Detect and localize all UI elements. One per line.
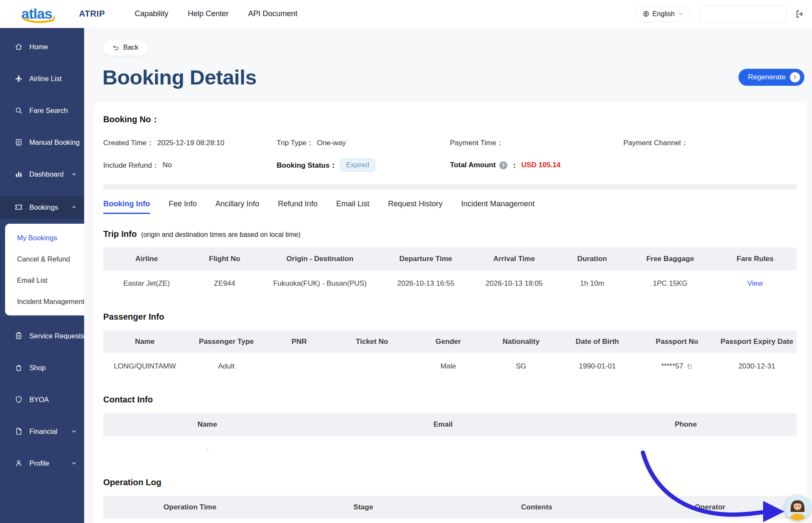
date-of-birth-cell: 1990-01-01 bbox=[557, 353, 637, 380]
nav-capability[interactable]: Capability bbox=[135, 9, 168, 18]
tab-email-list[interactable]: Email List bbox=[336, 200, 369, 214]
duration-cell: 1h 10m bbox=[557, 270, 627, 297]
contact-email-cell bbox=[311, 436, 575, 462]
sidebar-item-service-requests[interactable]: Service Requests bbox=[0, 326, 84, 346]
booking-status-field: Booking Status： Expired bbox=[277, 159, 450, 172]
top-nav: Capability Help Center API Document bbox=[135, 9, 297, 18]
nav-help-center[interactable]: Help Center bbox=[188, 9, 229, 18]
app-name: ATRIP bbox=[79, 9, 105, 19]
column-header: Airline bbox=[103, 247, 190, 270]
free-baggage-cell: 1PC 15KG bbox=[627, 270, 713, 297]
help-icon[interactable]: ? bbox=[499, 161, 507, 169]
sidebar-item-shop[interactable]: Shop bbox=[0, 357, 84, 378]
submenu-item-cancel-refund[interactable]: Cancel & Refund bbox=[5, 248, 84, 270]
sidebar-item-profile[interactable]: Profile bbox=[0, 453, 84, 473]
booking-status-label: Booking Status： bbox=[277, 160, 337, 170]
submenu-item-incident-management[interactable]: Incident Management bbox=[5, 291, 84, 312]
table-header-row: Airline Flight No Origin - Destination D… bbox=[103, 247, 797, 270]
column-header: Origin - Destination bbox=[259, 247, 381, 270]
ticket-no-cell bbox=[332, 353, 412, 380]
submenu-item-email-list[interactable]: Email List bbox=[5, 270, 84, 291]
operation-log-table: Operation Time Stage Contents Operator 2… bbox=[103, 496, 797, 523]
column-header: Gender bbox=[412, 330, 484, 353]
total-amount-field: Total Amount ? ： USD 105.14 bbox=[450, 159, 623, 172]
operation-log-title: Operation Log bbox=[103, 478, 161, 487]
column-header: Nationality bbox=[485, 330, 557, 353]
payment-time-field: Payment Time： bbox=[450, 138, 623, 148]
table-row: LONG/QUINTAMW Adult Male SG 1990-01-01 *… bbox=[103, 353, 797, 380]
tab-booking-info[interactable]: Booking Info bbox=[103, 200, 150, 214]
document-icon bbox=[14, 427, 23, 436]
assistant-avatar-illustration bbox=[785, 495, 810, 520]
sidebar-item-byoa[interactable]: BYOA bbox=[0, 389, 84, 410]
plane-icon bbox=[14, 74, 23, 83]
sidebar-item-bookings[interactable]: Bookings bbox=[0, 196, 84, 219]
sidebar-item-label: Bookings bbox=[29, 203, 58, 211]
column-header: Passport Expiry Date bbox=[717, 330, 797, 353]
ticket-icon bbox=[14, 203, 23, 211]
tab-incident-management[interactable]: Incident Management bbox=[461, 200, 535, 214]
departure-time-cell: 2026-10-13 16:55 bbox=[381, 270, 471, 297]
column-header: Ticket No bbox=[332, 330, 412, 353]
sidebar-item-dashboard[interactable]: Dashboard bbox=[0, 164, 84, 184]
tab-refund-info[interactable]: Refund Info bbox=[278, 200, 317, 214]
chevron-down-icon bbox=[71, 428, 77, 435]
back-button[interactable]: Back bbox=[102, 39, 148, 56]
trip-info-title: Trip Info bbox=[103, 229, 137, 239]
booking-no-label: Booking No： bbox=[103, 115, 159, 124]
shield-icon bbox=[14, 395, 23, 404]
sidebar-item-label: Dashboard bbox=[29, 170, 64, 178]
regenerate-button[interactable]: Regenerate bbox=[738, 69, 804, 86]
logout-icon bbox=[795, 9, 804, 19]
column-header: Email bbox=[311, 413, 575, 436]
column-header: Free Baggage bbox=[627, 247, 713, 270]
passport-no-cell: *****57 bbox=[637, 353, 717, 380]
total-amount-colon: ： bbox=[511, 160, 518, 170]
trip-info-note: (origin and destination times are based … bbox=[141, 231, 300, 239]
sidebar-item-manual-booking[interactable]: Manual Booking bbox=[0, 132, 84, 152]
arrival-time-cell: 2026-10-13 18:05 bbox=[471, 270, 557, 297]
sidebar-item-airline-list[interactable]: Airline List bbox=[0, 68, 84, 89]
fare-rules-view-link[interactable]: View bbox=[747, 279, 763, 287]
sidebar-item-home[interactable]: Home bbox=[0, 37, 84, 57]
payment-channel-label: Payment Channel： bbox=[623, 138, 688, 148]
person-icon bbox=[14, 459, 23, 467]
sidebar-item-financial[interactable]: Financial bbox=[0, 421, 84, 441]
tab-request-history[interactable]: Request History bbox=[388, 200, 442, 214]
contact-name-cell: - bbox=[103, 436, 311, 462]
status-badge: Expired bbox=[340, 159, 375, 172]
sidebar-item-label: Shop bbox=[29, 364, 46, 372]
tab-fee-info[interactable]: Fee Info bbox=[169, 200, 197, 214]
search-input[interactable] bbox=[699, 5, 787, 23]
copy-icon[interactable] bbox=[686, 363, 693, 370]
chevron-down-icon bbox=[678, 11, 683, 17]
logo-swoosh-icon bbox=[23, 18, 54, 24]
chevron-down-icon bbox=[71, 171, 77, 177]
sidebar-item-label: Financial bbox=[29, 427, 57, 436]
nav-api-document[interactable]: API Document bbox=[248, 9, 297, 18]
payment-time-label: Payment Time： bbox=[450, 138, 504, 148]
passenger-info-table: Name Passenger Type PNR Ticket No Gender… bbox=[103, 330, 797, 380]
table-row: 2025-12-19 08:28:11 Booking Created Alle… bbox=[103, 519, 797, 523]
tab-ancillary-info[interactable]: Ancillary Info bbox=[215, 200, 259, 214]
passenger-name-cell: LONG/QUINTAMW bbox=[103, 353, 187, 380]
include-refund-value: No bbox=[162, 161, 172, 169]
sidebar-item-label: BYOA bbox=[29, 396, 49, 404]
language-selector[interactable]: English bbox=[635, 6, 690, 22]
logout-button[interactable] bbox=[795, 9, 804, 19]
trip-info-table: Airline Flight No Origin - Destination D… bbox=[103, 247, 797, 297]
column-header: Contents bbox=[450, 496, 623, 519]
sidebar: Home Airline List Fare Search Manual Boo… bbox=[0, 28, 84, 523]
atlas-logo[interactable]: atlas. bbox=[21, 6, 56, 22]
booking-details-card: Booking No： Created Time： 2025-12-19 08:… bbox=[93, 102, 807, 523]
airline-cell: Eastar Jet(ZE) bbox=[103, 270, 190, 297]
search-icon bbox=[14, 106, 23, 115]
chat-widget-avatar[interactable] bbox=[785, 495, 810, 520]
clipboard-icon bbox=[14, 332, 23, 340]
column-header: Name bbox=[103, 413, 311, 436]
column-header: Passport No bbox=[637, 330, 717, 353]
sidebar-item-fare-search[interactable]: Fare Search bbox=[0, 100, 84, 121]
submenu-item-my-bookings[interactable]: My Bookings bbox=[5, 227, 84, 248]
home-icon bbox=[14, 42, 23, 51]
sidebar-item-label: Service Requests bbox=[29, 332, 84, 340]
